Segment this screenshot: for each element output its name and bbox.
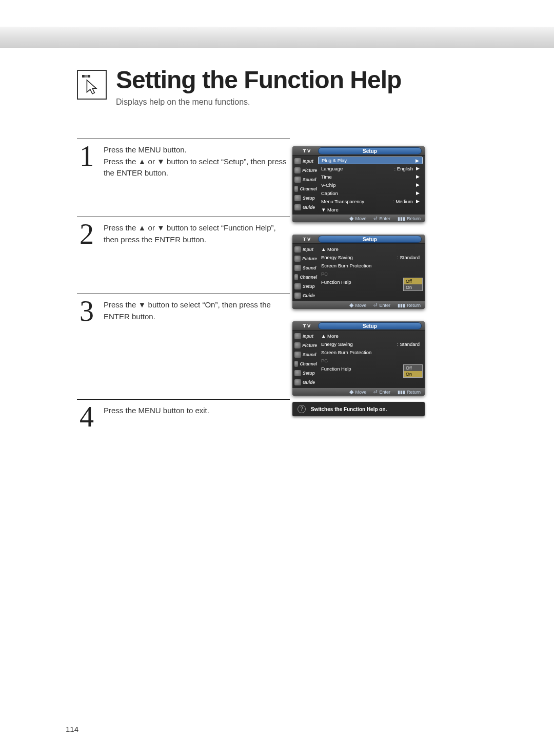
- osd-row-label: Energy Saving: [321, 341, 353, 347]
- side-label: Sound: [303, 352, 316, 357]
- option-item[interactable]: On: [404, 284, 422, 290]
- step-number: 1: [77, 144, 96, 169]
- osd-side-item[interactable]: Setup: [292, 193, 317, 203]
- step-text: Press the MENU button. Press the ▲ or ▼ …: [104, 143, 290, 179]
- arrow-right-icon: ▶: [416, 158, 419, 163]
- osd-main: Plug & Play▶Language: English▶Time▶V-Chi…: [317, 156, 425, 215]
- osd-side-item[interactable]: Input: [292, 332, 317, 341]
- osd-row[interactable]: ▲ More: [318, 245, 423, 253]
- side-icon: [294, 204, 301, 210]
- osd-side-item[interactable]: Sound: [292, 263, 317, 273]
- side-label: Sound: [303, 265, 316, 270]
- osd-row[interactable]: PC: [318, 356, 423, 364]
- osd-row-value: : English▶: [394, 166, 420, 171]
- osd-row[interactable]: Energy Saving: Standard: [318, 340, 423, 348]
- osd-side-item[interactable]: Setup: [292, 369, 317, 378]
- side-icon: [294, 186, 298, 192]
- osd-row[interactable]: Energy Saving: Standard: [318, 253, 423, 261]
- osd-side-item[interactable]: Picture: [292, 254, 317, 263]
- osd-row-value: : Medium▶: [393, 199, 420, 204]
- side-icon: [294, 246, 301, 253]
- osd-area: T V Setup InputPictureSoundChannelSetupG…: [292, 146, 425, 429]
- footer-return: ▮▮▮Return: [398, 216, 421, 221]
- osd-row[interactable]: ▲ More: [318, 332, 423, 340]
- side-icon: [294, 370, 301, 376]
- osd-side-item[interactable]: Guide: [292, 378, 317, 387]
- osd-row-value: ▶: [416, 174, 420, 179]
- osd-row-label: Menu Transparency: [321, 199, 364, 204]
- osd-title: Setup: [318, 147, 422, 154]
- osd-footer: ◆Move ⏎Enter ▮▮▮Return: [292, 215, 425, 222]
- osd-side-item[interactable]: Sound: [292, 175, 317, 184]
- option-item[interactable]: Off: [404, 278, 422, 284]
- side-label: Guide: [303, 380, 315, 385]
- side-icon: [294, 195, 301, 201]
- osd-row-label: ▲ More: [321, 246, 339, 252]
- osd-side-item[interactable]: Setup: [292, 282, 317, 291]
- osd-sidebar: InputPictureSoundChannelSetupGuide: [292, 156, 317, 215]
- side-label: Channel: [300, 275, 317, 280]
- osd-row[interactable]: Plug & Play▶: [318, 157, 423, 164]
- option-dropdown[interactable]: OffOn: [403, 278, 423, 291]
- osd-row-label: Caption: [321, 190, 338, 196]
- side-label: Sound: [303, 177, 316, 182]
- osd-side-item[interactable]: Input: [292, 157, 317, 166]
- osd-side-item[interactable]: Picture: [292, 341, 317, 350]
- side-label: Setup: [303, 284, 315, 289]
- osd-side-item[interactable]: Guide: [292, 203, 317, 212]
- side-label: Picture: [302, 343, 317, 348]
- osd-row-label: Screen Burn Protection: [321, 263, 371, 268]
- step-text: Press the MENU button to exit.: [104, 404, 290, 417]
- osd-side-item[interactable]: Channel: [292, 273, 317, 282]
- header-icon: [77, 70, 107, 100]
- osd-row[interactable]: Caption▶: [318, 189, 423, 197]
- arrow-right-icon: ▶: [416, 182, 420, 187]
- arrow-right-icon: ▶: [416, 190, 420, 196]
- osd-title: Setup: [318, 236, 422, 243]
- option-item[interactable]: Off: [404, 365, 422, 371]
- side-icon: [294, 333, 301, 339]
- side-icon: [294, 361, 298, 367]
- osd-row[interactable]: Screen Burn Protection: [318, 261, 423, 269]
- footer-return: ▮▮▮Return: [398, 303, 421, 308]
- osd-row[interactable]: Language: English▶: [318, 164, 423, 172]
- osd-row[interactable]: Screen Burn Protection: [318, 348, 423, 356]
- step-2: 2 Press the ▲ or ▼ button to select “Fun…: [77, 217, 290, 294]
- step-number: 3: [77, 299, 96, 324]
- osd-side-item[interactable]: Channel: [292, 359, 317, 369]
- step-number: 2: [77, 222, 96, 247]
- side-label: Input: [303, 247, 313, 252]
- side-label: Guide: [303, 205, 315, 210]
- side-icon: [294, 177, 301, 183]
- option-dropdown[interactable]: OffOn: [403, 364, 423, 378]
- side-label: Picture: [302, 168, 317, 173]
- osd-row-label: Energy Saving: [321, 255, 353, 260]
- page-subtitle: Displays help on the menu functions.: [116, 98, 401, 107]
- osd-side-item[interactable]: Input: [292, 245, 317, 254]
- step-text: Press the ▲ or ▼ button to select “Funct…: [104, 221, 290, 245]
- option-item[interactable]: On: [404, 371, 422, 377]
- osd-row[interactable]: Menu Transparency: Medium▶: [318, 197, 423, 205]
- osd-side-item[interactable]: Channel: [292, 184, 317, 193]
- side-icon: [294, 342, 301, 348]
- osd-tv-label: T V: [295, 236, 318, 242]
- step-number: 4: [77, 405, 96, 430]
- osd-side-item[interactable]: Sound: [292, 350, 317, 359]
- osd-side-item[interactable]: Picture: [292, 166, 317, 175]
- side-icon: [294, 265, 301, 271]
- osd-row-label: PC: [321, 358, 328, 363]
- osd-row[interactable]: V-Chip▶: [318, 181, 423, 189]
- osd-row-label: V-Chip: [321, 182, 336, 188]
- osd-side-item[interactable]: Guide: [292, 291, 317, 300]
- osd-row-label: Function Help: [321, 279, 351, 285]
- osd-row-value: : Standard: [397, 341, 420, 347]
- osd-row[interactable]: ▼ More: [318, 205, 423, 214]
- footer-enter: ⏎Enter: [373, 390, 390, 395]
- side-icon: [294, 352, 301, 358]
- osd-main: ▲ MoreEnergy Saving: StandardScreen Burn…: [317, 244, 425, 301]
- osd-panel-2: T V Setup InputPictureSoundChannelSetupG…: [292, 235, 425, 309]
- step-text: Press the ▼ button to select “On”, then …: [104, 298, 290, 322]
- osd-row[interactable]: PC: [318, 269, 423, 278]
- footer-move: ◆Move: [349, 389, 366, 395]
- osd-row[interactable]: Time▶: [318, 172, 423, 181]
